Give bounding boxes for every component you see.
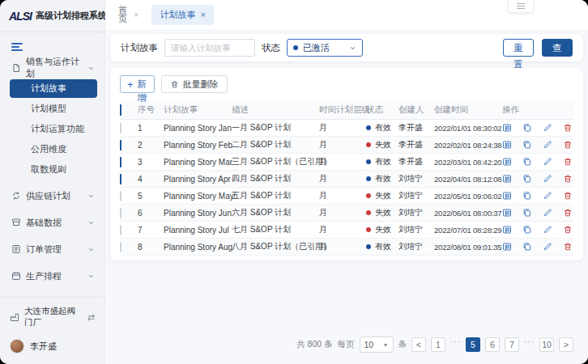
row-checkbox[interactable] bbox=[120, 174, 121, 184]
detail-icon[interactable] bbox=[502, 157, 512, 167]
row-checkbox[interactable] bbox=[120, 225, 121, 235]
cell-time: 2022/05/01 09:06:02 bbox=[434, 192, 502, 201]
cell-index: 6 bbox=[138, 209, 164, 218]
prev-page-button[interactable]: < bbox=[411, 337, 426, 352]
copy-icon[interactable] bbox=[522, 174, 532, 184]
edit-icon[interactable] bbox=[543, 123, 552, 133]
status-dot-icon bbox=[366, 244, 371, 249]
select-all-checkbox[interactable] bbox=[120, 104, 121, 116]
cell-creator: 刘培宁 bbox=[398, 190, 434, 201]
sidebar-item[interactable]: 计划模型 bbox=[0, 99, 104, 118]
row-checkbox[interactable] bbox=[120, 208, 121, 218]
page-button[interactable]: 7 bbox=[505, 337, 519, 352]
app-title: 高级计划排程系统 bbox=[36, 10, 107, 22]
story-filter-input[interactable] bbox=[164, 39, 255, 57]
delete-icon[interactable] bbox=[563, 191, 573, 201]
sidebar-group[interactable]: 基础数据 bbox=[0, 213, 104, 232]
toolbar-handle[interactable] bbox=[509, 0, 533, 12]
edit-icon[interactable] bbox=[543, 174, 552, 184]
sidebar-item[interactable]: 计划故事 bbox=[10, 79, 97, 98]
row-checkbox[interactable] bbox=[120, 140, 121, 150]
delete-icon[interactable] bbox=[563, 242, 573, 252]
detail-icon[interactable] bbox=[502, 123, 512, 133]
status-label: 失效 bbox=[375, 207, 391, 218]
detail-icon[interactable] bbox=[502, 208, 512, 218]
edit-icon[interactable] bbox=[543, 191, 552, 201]
delete-icon[interactable] bbox=[563, 123, 573, 133]
sidebar-group[interactable]: 销售与运作计划 bbox=[0, 58, 104, 78]
sidebar-collapse-icon[interactable] bbox=[11, 43, 23, 51]
cell-desc: 六月 S&OP 计划 bbox=[232, 207, 319, 218]
cell-desc: 四月 S&OP 计划 bbox=[232, 173, 319, 184]
status-label: 失效 bbox=[375, 139, 391, 150]
page-button[interactable]: 5 bbox=[466, 337, 480, 352]
cell-story: Planning Story Jan bbox=[164, 124, 232, 133]
pagination: 共 800 条 每页 10 ▼ 条 < 1···567···10 > bbox=[110, 336, 583, 358]
status-dot-icon bbox=[366, 125, 371, 130]
copy-icon[interactable] bbox=[522, 225, 532, 235]
sidebar-item[interactable]: 计划运算功能 bbox=[0, 120, 104, 138]
avatar[interactable] bbox=[10, 339, 24, 353]
delete-icon[interactable] bbox=[563, 174, 573, 184]
edit-icon[interactable] bbox=[543, 140, 552, 150]
close-icon[interactable]: × bbox=[134, 11, 138, 19]
page-button[interactable]: 6 bbox=[485, 337, 500, 352]
edit-icon[interactable] bbox=[543, 242, 552, 252]
switch-company-icon[interactable]: ⇄ bbox=[87, 312, 95, 323]
plus-icon: + bbox=[127, 78, 134, 91]
copy-icon[interactable] bbox=[522, 157, 532, 167]
cell-status: 失效 bbox=[366, 139, 398, 150]
row-checkbox[interactable] bbox=[120, 191, 121, 201]
status-select-value: 已激活 bbox=[303, 42, 330, 54]
cell-actions bbox=[502, 140, 576, 150]
page-size-select[interactable]: 10 ▼ bbox=[360, 336, 394, 353]
cell-status: 失效 bbox=[366, 190, 398, 201]
filter-actions: 重置 查询 bbox=[503, 39, 573, 57]
delete-icon[interactable] bbox=[563, 225, 573, 235]
sidebar-item[interactable]: 取数规则 bbox=[0, 160, 104, 179]
detail-icon[interactable] bbox=[502, 191, 512, 201]
delete-icon[interactable] bbox=[563, 208, 573, 218]
delete-icon[interactable] bbox=[563, 140, 573, 150]
cell-story: Planning Story Jun bbox=[164, 209, 232, 218]
status-select[interactable]: 已激活 bbox=[287, 39, 363, 57]
caret-down-icon: ▼ bbox=[383, 342, 389, 348]
content-area: 计划故事 状态 已激活 重置 查询 bbox=[105, 29, 588, 364]
table-card: + 新增 批量删除 序号计划故事描述时间计划层级状态创建人创建时间操作 1Pla… bbox=[110, 68, 583, 260]
copy-icon[interactable] bbox=[522, 208, 532, 218]
query-button[interactable]: 查询 bbox=[542, 39, 573, 57]
edit-icon[interactable] bbox=[543, 157, 552, 167]
row-checkbox[interactable] bbox=[120, 242, 121, 252]
chevron-down-icon bbox=[87, 65, 95, 72]
reset-button[interactable]: 重置 bbox=[503, 39, 534, 57]
copy-icon[interactable] bbox=[522, 191, 532, 201]
detail-icon[interactable] bbox=[502, 174, 512, 184]
add-button[interactable]: + 新增 bbox=[120, 75, 155, 93]
next-page-button[interactable]: > bbox=[559, 337, 573, 352]
sidebar-group[interactable]: 供应链计划 bbox=[0, 186, 104, 205]
batch-delete-button[interactable]: 批量删除 bbox=[161, 75, 228, 93]
sidebar-group[interactable]: 生产排程 bbox=[0, 266, 104, 286]
detail-icon[interactable] bbox=[502, 242, 512, 252]
table-row: 2Planning Story Feb二月 S&OP 计划月失效李开盛2022/… bbox=[120, 137, 573, 154]
sidebar-item[interactable]: 公用维度 bbox=[0, 140, 104, 159]
copy-icon[interactable] bbox=[522, 140, 532, 150]
sidebar-group[interactable]: 订单管理 bbox=[0, 239, 104, 259]
cell-actions bbox=[502, 174, 576, 184]
detail-icon[interactable] bbox=[502, 225, 512, 235]
edit-icon[interactable] bbox=[543, 208, 552, 218]
copy-icon[interactable] bbox=[522, 242, 532, 252]
delete-icon[interactable] bbox=[563, 157, 573, 167]
row-checkbox[interactable] bbox=[120, 157, 121, 167]
row-checkbox[interactable] bbox=[120, 123, 121, 133]
close-icon[interactable]: × bbox=[200, 11, 205, 19]
page-button[interactable]: 1 bbox=[431, 337, 445, 352]
edit-icon[interactable] bbox=[543, 225, 552, 235]
copy-icon[interactable] bbox=[522, 123, 532, 133]
tab-active[interactable]: 计划故事× bbox=[151, 5, 213, 25]
detail-icon[interactable] bbox=[502, 140, 512, 150]
tab-item[interactable]: 首页× bbox=[118, 6, 138, 23]
page-button[interactable]: 10 bbox=[539, 337, 554, 352]
cell-story: Planning Story Aug bbox=[164, 243, 232, 252]
cell-level: 月 bbox=[319, 190, 366, 201]
